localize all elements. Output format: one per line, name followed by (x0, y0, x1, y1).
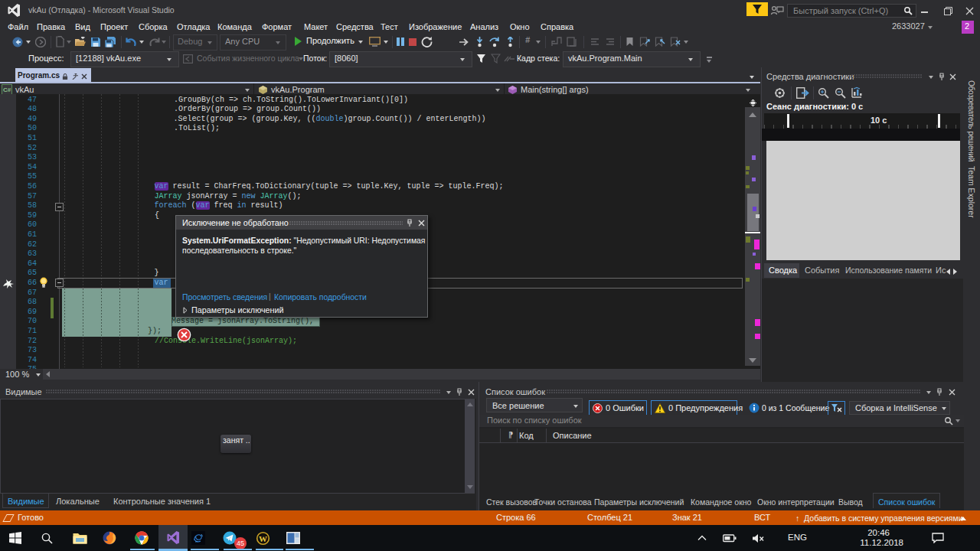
svg-text:W: W (259, 534, 267, 543)
